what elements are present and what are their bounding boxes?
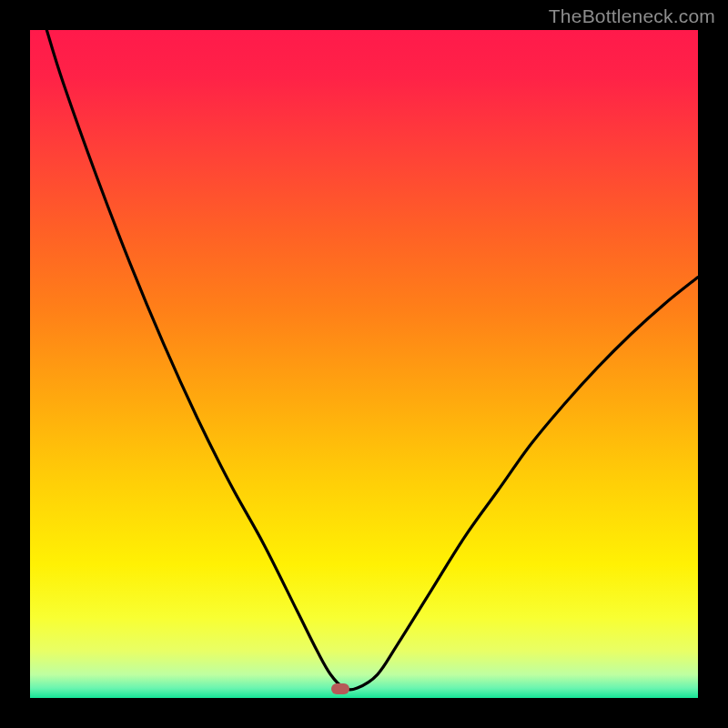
plot-area — [30, 30, 698, 698]
chart-frame: TheBottleneck.com — [0, 0, 728, 728]
watermark-text: TheBottleneck.com — [549, 5, 715, 27]
optimal-point-marker — [331, 683, 349, 694]
bottleneck-curve — [30, 30, 698, 698]
